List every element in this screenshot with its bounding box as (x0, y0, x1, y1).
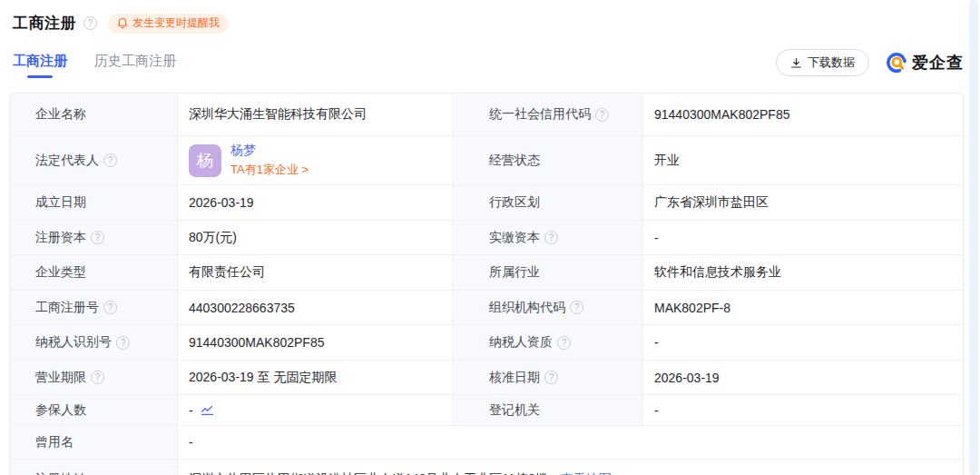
tabs: 工商注册 历史工商注册 (13, 53, 176, 78)
district-label: 行政区划 (453, 185, 643, 220)
legal-rep-card: 杨 杨梦 TA有1家企业 > (189, 143, 309, 178)
change-notify-label: 发生变更时提醒我 (132, 15, 220, 31)
legal-rep-links: 杨梦 TA有1家企业 > (230, 143, 309, 178)
insured-trend-chart-icon[interactable] (201, 404, 214, 416)
table-row: 营业期限 ? 2026-03-19 至 无固定期限 核准日期 ? 2026-03… (10, 360, 963, 394)
est-date-value: 2026-03-19 (178, 185, 453, 220)
credit-code-label: 统一社会信用代码 ? (453, 94, 643, 135)
table-row: 参保人数 - 登记机关 - (10, 394, 963, 425)
reg-address-value: 深圳市盐田区盐田街道沿港社区北山道146号北山工业区11栋8楼 查看地图 (178, 460, 963, 475)
aiqicha-logo-icon (886, 52, 907, 74)
change-notify-button[interactable]: 发生变更时提醒我 (108, 14, 229, 34)
help-icon[interactable]: ? (103, 301, 117, 314)
insured-count-value: - (178, 395, 453, 425)
brand-logo[interactable]: 爱企查 (886, 52, 964, 74)
bell-icon (117, 17, 128, 29)
taxpayer-id-value: 91440300MAK802PF85 (178, 325, 453, 360)
tab-history-registration[interactable]: 历史工商注册 (94, 53, 176, 78)
company-type-label: 企业类型 (10, 255, 178, 290)
download-label: 下载数据 (808, 54, 855, 71)
toolbar-row: 工商注册 历史工商注册 下载数据 (13, 49, 964, 82)
table-row: 注册资本 ? 80万(元) 实缴资本 ? - (10, 220, 963, 254)
taxpayer-id-label: 纳税人识别号 ? (10, 325, 178, 360)
page-title: 工商注册 (13, 13, 76, 34)
help-icon[interactable]: ? (116, 336, 130, 350)
credit-code-value: 91440300MAK802PF85 (643, 94, 963, 135)
table-row: 工商注册号 ? 440300228663735 组织机构代码 ? MAK802P… (10, 290, 963, 324)
registration-authority-label: 登记机关 (453, 395, 643, 425)
help-icon[interactable]: ? (557, 336, 571, 350)
table-row: 成立日期 2026-03-19 行政区划 广东省深圳市盐田区 (10, 184, 963, 220)
download-icon (790, 57, 802, 69)
taxpayer-qualification-label: 纳税人资质 ? (453, 325, 643, 360)
help-icon[interactable]: ? (544, 371, 558, 384)
registration-authority-value: - (643, 395, 963, 425)
former-name-label: 曾用名 (10, 426, 178, 459)
legal-rep-label: 法定代表人 ? (10, 136, 178, 184)
title-help-icon[interactable]: ? (83, 16, 97, 30)
legal-rep-avatar[interactable]: 杨 (189, 144, 221, 177)
paid-capital-value: - (643, 221, 963, 254)
insured-count-label: 参保人数 (10, 395, 178, 425)
table-row: 注册地址 深圳市盐田区盐田街道沿港社区北山道146号北山工业区11栋8楼 查看地… (10, 459, 963, 475)
business-term-value: 2026-03-19 至 无固定期限 (178, 361, 453, 394)
download-data-button[interactable]: 下载数据 (776, 49, 869, 76)
page-header: 工商注册 ? 发生变更时提醒我 工商注册 历史工商注册 (0, 0, 980, 82)
legal-rep-name-link[interactable]: 杨梦 (230, 143, 309, 159)
page-scrollbar[interactable] (969, 0, 978, 475)
legal-rep-companies-link[interactable]: TA有1家企业 > (230, 162, 309, 178)
industry-value: 软件和信息技术服务业 (643, 255, 963, 290)
registration-info-table: 企业名称 深圳华大涌生智能科技有限公司 统一社会信用代码 ? 91440300M… (9, 93, 964, 475)
est-date-label: 成立日期 (10, 185, 178, 220)
paid-capital-label: 实缴资本 ? (453, 221, 643, 254)
status-label: 经营状态 (453, 136, 643, 184)
reg-capital-value: 80万(元) (178, 221, 453, 254)
taxpayer-qualification-value: - (643, 325, 963, 360)
table-row: 企业名称 深圳华大涌生智能科技有限公司 统一社会信用代码 ? 91440300M… (10, 94, 963, 135)
reg-address-text: 深圳市盐田区盐田街道沿港社区北山道146号北山工业区11栋8楼 (189, 471, 548, 475)
industry-label: 所属行业 (453, 255, 643, 290)
help-icon[interactable]: ? (570, 301, 583, 314)
help-icon[interactable]: ? (595, 108, 609, 122)
help-icon[interactable]: ? (91, 231, 104, 244)
table-row: 企业类型 有限责任公司 所属行业 软件和信息技术服务业 (10, 254, 963, 290)
help-icon[interactable]: ? (91, 371, 104, 384)
title-row: 工商注册 ? 发生变更时提醒我 (13, 13, 964, 34)
approval-date-label: 核准日期 ? (453, 361, 643, 394)
right-tools: 下载数据 爱企查 (776, 49, 964, 82)
view-map-link[interactable]: 查看地图 (561, 471, 612, 475)
company-name-value: 深圳华大涌生智能科技有限公司 (178, 94, 453, 135)
tab-business-registration[interactable]: 工商注册 (13, 53, 67, 78)
reg-number-label: 工商注册号 ? (10, 291, 178, 324)
help-icon[interactable]: ? (103, 153, 117, 167)
reg-address-label: 注册地址 (10, 460, 178, 475)
legal-rep-value: 杨 杨梦 TA有1家企业 > (178, 136, 453, 184)
company-type-value: 有限责任公司 (178, 255, 453, 290)
reg-number-value: 440300228663735 (178, 291, 453, 324)
org-code-value: MAK802PF-8 (643, 291, 963, 324)
status-value: 开业 (643, 136, 963, 184)
approval-date-value: 2026-03-19 (643, 361, 963, 394)
district-value: 广东省深圳市盐田区 (643, 185, 963, 220)
table-row: 曾用名 - (10, 425, 963, 459)
brand-name: 爱企查 (912, 52, 964, 74)
table-row: 法定代表人 ? 杨 杨梦 TA有1家企业 > 经营状态 开业 (10, 135, 963, 184)
table-row: 纳税人识别号 ? 91440300MAK802PF85 纳税人资质 ? - (10, 324, 963, 360)
company-name-label: 企业名称 (10, 94, 178, 135)
org-code-label: 组织机构代码 ? (453, 291, 643, 324)
former-name-value: - (178, 426, 963, 459)
help-icon[interactable]: ? (544, 231, 558, 244)
reg-capital-label: 注册资本 ? (10, 221, 178, 254)
business-term-label: 营业期限 ? (10, 361, 178, 394)
